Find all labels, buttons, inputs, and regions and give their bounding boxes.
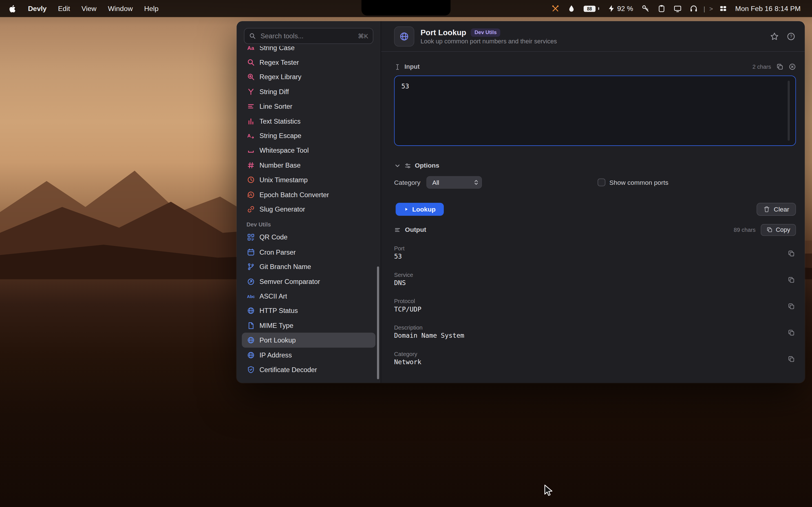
category-label: Category	[394, 179, 420, 186]
sidebar-item-ip-address[interactable]: IP Address	[242, 348, 375, 362]
sidebar-item-unix-timestamp[interactable]: Unix Timestamp	[242, 173, 375, 187]
sidebar-item-port-lookup[interactable]: Port Lookup	[242, 333, 375, 348]
sidebar-item-cron-parser[interactable]: Cron Parser	[242, 245, 375, 260]
sidebar-item-mime-type[interactable]: MIME Type	[242, 318, 375, 333]
sidebar-item-qr-code[interactable]: QR Code	[242, 230, 375, 245]
whitespace-tool-icon	[247, 147, 255, 155]
key-menu-extra[interactable]	[637, 0, 653, 17]
menu-bar-clock[interactable]: Mon Feb 16 8:14 PM	[731, 0, 805, 17]
semver-comparator-icon	[247, 277, 255, 285]
sidebar-item-certificate-decoder[interactable]: Certificate Decoder	[242, 362, 375, 377]
ip-address-icon	[247, 351, 255, 359]
menu-window[interactable]: Window	[102, 0, 139, 17]
tool-header: Port Lookup Dev Utils Look up common por…	[381, 21, 805, 52]
menu-edit[interactable]: Edit	[52, 0, 76, 17]
text-statistics-icon	[247, 117, 255, 125]
sidebar-item-label: HTTP Status	[259, 307, 298, 315]
help-icon[interactable]: ?	[786, 32, 795, 41]
status-separator: |	[702, 5, 707, 12]
favorite-star-icon[interactable]	[770, 32, 779, 41]
clear-button[interactable]: Clear	[757, 203, 796, 216]
sidebar-item-regex-tester[interactable]: Regex Tester	[242, 55, 375, 69]
battery-icon: 88	[583, 5, 596, 11]
sidebar-item-whitespace-tool[interactable]: Whitespace Tool	[242, 143, 375, 158]
paste-icon[interactable]	[776, 63, 783, 70]
string-diff-icon	[247, 88, 255, 96]
string-escape-icon: A	[247, 132, 255, 140]
sidebar-item-label: Unix Timestamp	[259, 176, 308, 184]
epoch-batch-converter-icon	[247, 191, 255, 199]
page-subtitle: Look up common port numbers and their se…	[420, 38, 557, 44]
apple-menu[interactable]	[0, 0, 22, 17]
copy-field-icon[interactable]	[788, 302, 795, 310]
sidebar-item-regex-library[interactable]: Regex Library	[242, 70, 375, 84]
sidebar-item-label: ASCII Art	[259, 292, 287, 300]
line-sorter-icon	[247, 103, 255, 110]
lookup-button[interactable]: Lookup	[396, 203, 444, 216]
input-label: Input	[404, 63, 419, 70]
sidebar-item-slug-generator[interactable]: Slug Generator	[242, 202, 375, 217]
copy-output-button[interactable]: Copy	[761, 224, 796, 235]
show-common-ports-checkbox[interactable]	[598, 179, 605, 186]
droplet-menu-extra[interactable]	[563, 0, 579, 17]
copy-field-icon[interactable]	[788, 276, 795, 284]
sidebar-item-epoch-batch-converter[interactable]: Epoch Batch Converter	[242, 187, 375, 202]
clipboard-menu-extra[interactable]	[653, 0, 669, 17]
sidebar-item-http-status[interactable]: HTTP Status	[242, 304, 375, 318]
copy-field-icon[interactable]	[788, 329, 795, 336]
display-icon	[673, 5, 681, 13]
tools-menu-extra[interactable]	[547, 0, 563, 17]
sidebar-item-git-branch-name[interactable]: Git Branch Name	[242, 260, 375, 274]
sidebar-scrollbar[interactable]	[377, 267, 379, 379]
list-icon	[394, 226, 401, 233]
output-field-category: Category Network	[394, 351, 796, 378]
grid-menu-extra[interactable]	[715, 0, 731, 17]
output-field-service: Service DNS	[394, 272, 796, 298]
output-char-count: 89 chars	[733, 226, 756, 233]
slug-generator-icon	[247, 205, 255, 213]
power-percent[interactable]: 92 %	[603, 0, 637, 17]
sidebar-item-line-sorter[interactable]: Line Sorter	[242, 99, 375, 114]
copy-field-icon[interactable]	[788, 355, 795, 363]
menu-bar-left: Devly Edit View Window Help	[0, 0, 164, 17]
http-status-icon	[247, 307, 255, 315]
chevron-right-icon[interactable]: >	[707, 5, 715, 12]
globe-icon	[399, 31, 409, 41]
grid-icon	[719, 5, 727, 13]
search-input[interactable]	[259, 32, 354, 40]
headphones-menu-extra[interactable]	[686, 0, 702, 17]
sidebar-item-number-base[interactable]: Number Base	[242, 158, 375, 172]
sidebar-item-string-diff[interactable]: String Diff	[242, 84, 375, 99]
string-case-icon: Aa	[247, 46, 255, 52]
sidebar-item-label: Git Branch Name	[259, 263, 311, 271]
sidebar-item-string-case[interactable]: AaString Case	[242, 46, 375, 55]
chevron-down-icon[interactable]	[394, 162, 401, 169]
input-textarea[interactable]: 53	[395, 76, 796, 145]
sidebar-item-label: Whitespace Tool	[259, 147, 309, 155]
display-menu-extra[interactable]	[669, 0, 686, 17]
sidebar-item-semver-comparator[interactable]: Semver Comparator	[242, 274, 375, 289]
sidebar-item-ascii-art[interactable]: AbcASCII Art	[242, 289, 375, 303]
battery-status[interactable]: 88	[579, 0, 603, 17]
category-select-value: All	[432, 179, 439, 186]
clear-input-icon[interactable]	[789, 63, 796, 70]
output-fields: Port 53 Service DNS Protocol TCP/UDP	[394, 245, 796, 378]
sidebar-item-label: Line Sorter	[259, 103, 292, 110]
menu-view[interactable]: View	[76, 0, 102, 17]
svg-text:?: ?	[790, 34, 792, 39]
sidebar-item-label: String Escape	[259, 132, 301, 140]
sidebar-item-string-escape[interactable]: AString Escape	[242, 128, 375, 143]
category-select[interactable]: All	[426, 176, 481, 188]
sliders-icon	[404, 162, 411, 169]
tools-sidebar: ⌘K AaString Case Regex Tester Regex Libr…	[237, 21, 381, 383]
menu-help[interactable]: Help	[139, 0, 164, 17]
tool-search-field[interactable]: ⌘K	[244, 28, 373, 44]
tool-panel: Port Lookup Dev Utils Look up common por…	[381, 21, 805, 383]
svg-text:Abc: Abc	[247, 294, 255, 298]
copy-field-icon[interactable]	[788, 250, 795, 257]
textarea-scrollbar[interactable]	[788, 81, 790, 141]
ascii-art-icon: Abc	[247, 292, 255, 300]
show-common-ports-label: Show common ports	[609, 179, 668, 186]
app-menu[interactable]: Devly	[22, 0, 52, 17]
sidebar-item-text-statistics[interactable]: Text Statistics	[242, 114, 375, 128]
